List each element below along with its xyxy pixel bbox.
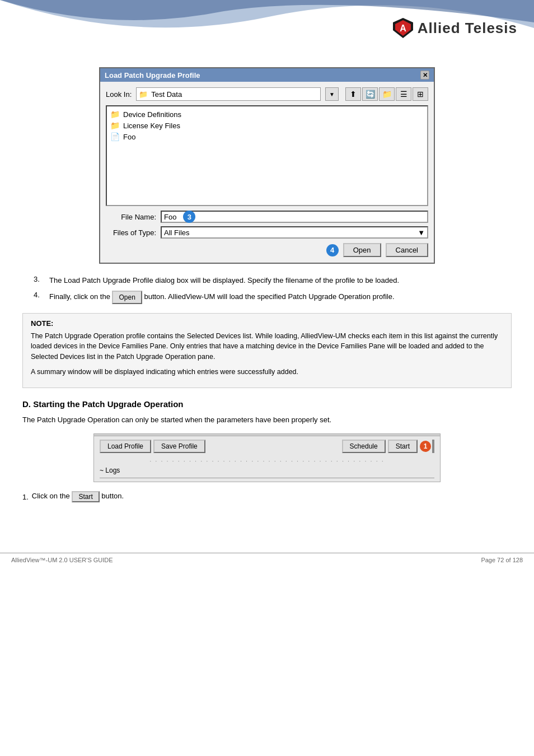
file-name-label: File Name: xyxy=(106,213,156,221)
list-item[interactable]: 📁 License Key Files xyxy=(110,121,424,130)
nav-up-icon[interactable]: ⬆ xyxy=(345,87,361,101)
dialog-title: Load Patch Upgrade Profile xyxy=(105,71,200,80)
section-d-heading: D. Starting the Patch Upgrade Operation xyxy=(22,399,512,409)
file-type-value: All Files xyxy=(164,228,190,237)
load-profile-dialog: Load Patch Upgrade Profile ✕ Look In: 📁 … xyxy=(99,67,435,264)
look-in-label: Look In: xyxy=(106,90,132,99)
note-label: NOTE: xyxy=(31,319,503,328)
look-in-dropdown-arrow[interactable]: ▼ xyxy=(325,87,339,101)
note-paragraph-2: A summary window will be displayed indic… xyxy=(31,367,503,377)
step-3: 3. The Load Patch Upgrade Profile dialog… xyxy=(34,275,512,286)
load-profile-button[interactable]: Load Profile xyxy=(100,440,151,453)
page-header: A Allied Telesis xyxy=(0,0,534,62)
open-button[interactable]: Open xyxy=(343,243,381,257)
step-4: 4. Finally, click on the Open button. Al… xyxy=(34,291,512,304)
step-3-number: 3. xyxy=(34,275,45,283)
nav-history-icon[interactable]: 🔄 xyxy=(362,87,378,101)
dialog-buttons-row: 4 Open Cancel xyxy=(106,243,428,257)
logs-label: ~ Logs xyxy=(94,466,440,478)
file-foo-icon: 📄 xyxy=(110,132,120,141)
footer-right: Page 72 of 128 xyxy=(481,557,523,563)
step-4-text: Finally, click on the Open button. Allie… xyxy=(49,291,395,304)
section-d-paragraph: The Patch Upgrade Operation can only be … xyxy=(22,414,512,426)
look-in-value: Test Data xyxy=(151,90,182,99)
note-box: NOTE: The Patch Upgrade Operation profil… xyxy=(22,313,512,388)
toolbar-right-border xyxy=(432,440,434,453)
file-name-row: File Name: Foo 3 xyxy=(106,211,428,223)
note-paragraph-1: The Patch Upgrade Operation profile cont… xyxy=(31,331,503,362)
folder-license-icon: 📁 xyxy=(110,121,120,130)
toolbar-icons: ⬆ 🔄 📁 ☰ ⊞ xyxy=(345,87,428,101)
cancel-button[interactable]: Cancel xyxy=(386,243,428,257)
file-name-input[interactable]: Foo 3 xyxy=(161,211,428,223)
logo-area: A Allied Telesis xyxy=(392,17,517,39)
folder-icon: 📁 xyxy=(139,90,148,99)
file-type-row: Files of Type: All Files ▼ xyxy=(106,226,428,239)
list-item[interactable]: 📄 Foo xyxy=(110,132,424,141)
footer-left: AlliedView™-UM 2.0 USER'S GUIDE xyxy=(11,557,113,563)
look-in-row: Look In: 📁 Test Data ▼ ⬆ 🔄 📁 ☰ ⊞ xyxy=(106,87,428,101)
file-list-area: 📁 Device Definitions 📁 License Key Files… xyxy=(106,105,428,206)
start-button[interactable]: Start xyxy=(388,440,418,453)
dialog-body: Look In: 📁 Test Data ▼ ⬆ 🔄 📁 ☰ ⊞ 📁 xyxy=(100,82,434,263)
folder-device-icon: 📁 xyxy=(110,110,120,119)
start-inline-button[interactable]: Start xyxy=(72,491,99,502)
step-badge-3: 3 xyxy=(183,211,195,223)
bottom-step-1: 1. Click on the Start button. xyxy=(22,491,512,502)
list-item[interactable]: 📁 Device Definitions xyxy=(110,110,424,119)
save-profile-button[interactable]: Save Profile xyxy=(153,440,205,453)
step-badge-4: 4 xyxy=(326,244,339,256)
look-in-input[interactable]: 📁 Test Data xyxy=(136,87,321,101)
nav-new-folder-icon[interactable]: 📁 xyxy=(379,87,395,101)
dialog-titlebar: Load Patch Upgrade Profile ✕ xyxy=(100,68,434,82)
dialog-close-button[interactable]: ✕ xyxy=(420,71,429,80)
file-name-foo: Foo xyxy=(123,133,135,141)
bottom-step-text: Click on the Start button. xyxy=(32,491,124,502)
open-inline-button[interactable]: Open xyxy=(112,291,142,304)
file-type-arrow: ▼ xyxy=(418,228,425,237)
bottom-step-number: 1. xyxy=(22,493,29,501)
file-type-label: Files of Type: xyxy=(106,228,156,237)
file-name-value: Foo xyxy=(164,213,176,221)
page-footer: AlliedView™-UM 2.0 USER'S GUIDE Page 72 … xyxy=(0,553,534,567)
nav-detail-icon[interactable]: ⊞ xyxy=(413,87,428,101)
svg-text:A: A xyxy=(400,24,406,33)
file-name-license: License Key Files xyxy=(123,122,180,130)
logo-text: Allied Telesis xyxy=(418,20,517,37)
nav-list-icon[interactable]: ☰ xyxy=(396,87,411,101)
toolbar-panel: Load Profile Save Profile Schedule Start… xyxy=(93,433,441,482)
file-type-select[interactable]: All Files ▼ xyxy=(161,226,428,239)
step-4-number: 4. xyxy=(34,291,45,299)
start-badge: 1 xyxy=(420,441,431,452)
toolbar-dotted-separator: · · · · · · · · · · · · · · · · · · · · … xyxy=(94,456,440,466)
toolbar-buttons-row: Load Profile Save Profile Schedule Start… xyxy=(94,436,440,456)
step-3-text: The Load Patch Upgrade Profile dialog bo… xyxy=(49,275,399,286)
schedule-button[interactable]: Schedule xyxy=(342,440,386,453)
main-content: Load Patch Upgrade Profile ✕ Look In: 📁 … xyxy=(0,62,534,519)
logo-shield-icon: A xyxy=(392,17,414,39)
file-name-device: Device Definitions xyxy=(123,110,181,119)
steps-section: 3. The Load Patch Upgrade Profile dialog… xyxy=(34,275,512,304)
